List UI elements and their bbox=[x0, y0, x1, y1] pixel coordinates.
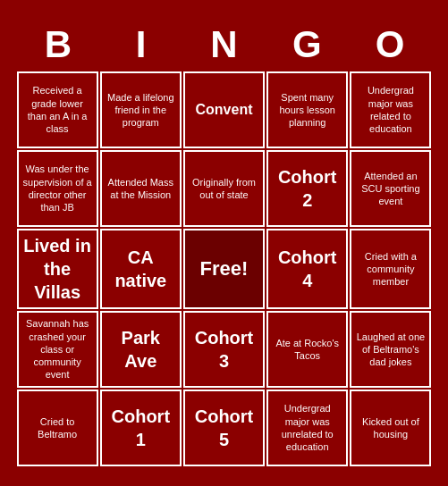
bingo-cell-3[interactable]: Spent many hours lesson planning bbox=[266, 71, 348, 148]
bingo-cell-4[interactable]: Undergrad major was related to education bbox=[350, 71, 431, 148]
bingo-cell-18[interactable]: Ate at Rocko's Tacos bbox=[266, 311, 348, 388]
bingo-cell-24[interactable]: Kicked out of housing bbox=[350, 390, 431, 466]
bingo-card: B I N G O Received a grade lower than an… bbox=[10, 13, 439, 473]
bingo-cell-9[interactable]: Attended an SCU sporting event bbox=[350, 150, 431, 227]
bingo-cell-7[interactable]: Originally from out of state bbox=[183, 150, 265, 227]
bingo-cell-12[interactable]: Free! bbox=[183, 229, 265, 309]
bingo-cell-20[interactable]: Cried to Beltramo bbox=[17, 390, 98, 466]
bingo-cell-0[interactable]: Received a grade lower than an A in a cl… bbox=[17, 71, 98, 148]
bingo-cell-13[interactable]: Cohort 4 bbox=[266, 229, 348, 309]
bingo-cell-14[interactable]: Cried with a community member bbox=[350, 229, 431, 309]
letter-g: G bbox=[266, 20, 349, 70]
bingo-header: B I N G O bbox=[17, 20, 432, 70]
bingo-cell-1[interactable]: Made a lifelong friend in the program bbox=[100, 71, 182, 148]
bingo-cell-23[interactable]: Undergrad major was unrelated to educati… bbox=[266, 390, 348, 466]
letter-i: I bbox=[99, 20, 182, 70]
letter-b: B bbox=[17, 20, 100, 70]
bingo-cell-21[interactable]: Cohort 1 bbox=[100, 390, 182, 466]
bingo-cell-2[interactable]: Convent bbox=[183, 71, 265, 148]
bingo-cell-22[interactable]: Cohort 5 bbox=[183, 390, 265, 466]
bingo-cell-19[interactable]: Laughed at one of Beltramo's dad jokes bbox=[350, 311, 431, 388]
bingo-cell-6[interactable]: Attended Mass at the Mission bbox=[100, 150, 182, 227]
bingo-cell-15[interactable]: Savannah has crashed your class or commu… bbox=[17, 311, 98, 388]
bingo-cell-11[interactable]: CA native bbox=[100, 229, 182, 309]
bingo-cell-5[interactable]: Was under the supervision of a director … bbox=[17, 150, 98, 227]
bingo-cell-8[interactable]: Cohort 2 bbox=[266, 150, 348, 227]
letter-o: O bbox=[349, 20, 432, 70]
bingo-cell-10[interactable]: Lived in the Villas bbox=[17, 229, 98, 309]
letter-n: N bbox=[182, 20, 266, 70]
bingo-cell-16[interactable]: Park Ave bbox=[100, 311, 182, 388]
bingo-grid: Received a grade lower than an A in a cl… bbox=[17, 71, 432, 466]
bingo-cell-17[interactable]: Cohort 3 bbox=[183, 311, 265, 388]
